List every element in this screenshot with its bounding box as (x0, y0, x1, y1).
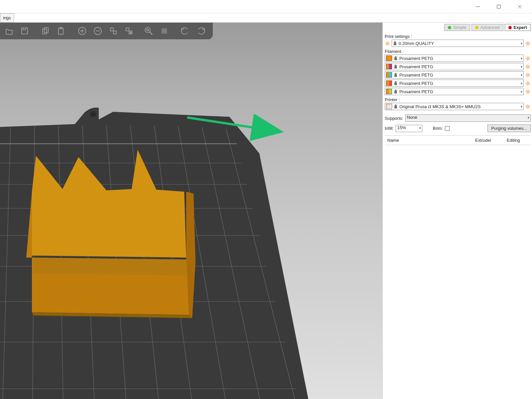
lock-icon (394, 56, 398, 61)
minimize-button-icon[interactable] (470, 1, 485, 12)
filament-select-1[interactable]: Prusament PETG▾ (385, 63, 524, 70)
chevron-down-icon: ▾ (521, 65, 522, 69)
svg-point-42 (147, 29, 149, 31)
chevron-down-icon: ▾ (521, 42, 522, 45)
paste-icon[interactable] (54, 24, 68, 38)
open-icon[interactable] (1, 24, 16, 38)
edit-filament-icon[interactable] (525, 64, 531, 70)
lock-icon (393, 41, 397, 46)
search-icon[interactable] (141, 24, 156, 38)
mode-expert-button[interactable]: Expert (505, 24, 531, 31)
copy-icon[interactable] (38, 24, 53, 38)
svg-point-56 (527, 105, 529, 107)
window-title-bar (0, 0, 532, 13)
filament-name: Prusament PETG (399, 81, 433, 86)
filament-label: Filament : (385, 49, 531, 54)
printer-select[interactable]: Original Prusa i3 MK3S & MK3S+ MMU2S ▾ (385, 103, 524, 110)
svg-rect-37 (113, 31, 116, 34)
svg-rect-25 (22, 28, 28, 34)
th-name: Name (385, 136, 472, 145)
purging-volumes-button[interactable]: Purging volumes... (487, 124, 531, 132)
infill-label: Infill: (385, 126, 394, 131)
chevron-down-icon: ▾ (521, 82, 522, 85)
svg-point-4 (90, 111, 96, 117)
svg-point-52 (527, 66, 529, 67)
svg-point-49 (387, 42, 388, 44)
add-icon[interactable] (74, 24, 89, 38)
layers-icon[interactable] (157, 24, 172, 38)
edit-print-settings-icon[interactable] (525, 41, 531, 46)
svg-point-41 (145, 27, 150, 33)
chevron-down-icon: ▾ (528, 116, 529, 119)
chevron-down-icon: ▾ (521, 73, 522, 77)
lock-icon (394, 64, 398, 69)
dot-red-icon (508, 26, 512, 29)
edit-printer-icon[interactable] (525, 104, 531, 109)
brim-checkbox[interactable] (445, 126, 450, 131)
menu-bar: ings (0, 13, 532, 23)
redo-icon[interactable] (193, 24, 208, 38)
maximize-button-icon[interactable] (491, 1, 506, 12)
print-settings-select[interactable]: 0.20mm QUALITY ▾ (392, 40, 524, 47)
print-settings-label: Print settings : (385, 34, 531, 39)
chevron-down-icon: ▾ (521, 105, 522, 108)
printer-label: Printer : (385, 97, 531, 102)
svg-text:P: P (130, 31, 132, 34)
object-list-empty (385, 145, 531, 399)
edit-filament-icon[interactable] (525, 89, 531, 95)
edit-filament-icon[interactable] (525, 72, 531, 78)
svg-point-50 (527, 42, 529, 44)
edit-filament-icon[interactable] (525, 81, 531, 86)
filament-swatch-icon (386, 64, 392, 69)
filament-select-2[interactable]: Prusament PETG▾ (385, 71, 524, 79)
svg-line-43 (150, 32, 152, 35)
remove-icon[interactable] (90, 24, 105, 38)
brim-label: Brim: (433, 126, 443, 131)
menu-tab[interactable]: ings (0, 13, 14, 22)
viewport-toolbar: P (0, 23, 213, 39)
close-button-icon[interactable] (512, 1, 527, 12)
infill-select[interactable]: 15%▾ (396, 125, 422, 132)
svg-rect-29 (59, 28, 63, 34)
svg-rect-1 (497, 5, 500, 8)
supports-select[interactable]: None▾ (405, 114, 531, 122)
printer-value: Original Prusa i3 MK3S & MK3S+ MMU2S (399, 104, 481, 109)
right-panel: Simple Advanced Expert Print settings : … (382, 23, 532, 399)
3d-viewport[interactable]: P (0, 23, 382, 399)
arrange-icon[interactable] (106, 24, 121, 38)
th-editing: Editing (504, 136, 531, 145)
filament-select-4[interactable]: Prusament PETG▾ (385, 88, 524, 95)
svg-point-55 (527, 91, 529, 92)
edit-filament-icon[interactable] (525, 56, 531, 61)
svg-point-53 (527, 74, 529, 76)
svg-rect-26 (23, 28, 26, 30)
filament-name: Prusament PETG (399, 56, 433, 61)
build-plate-scene (0, 23, 382, 399)
lock-icon (394, 104, 398, 109)
filament-select-3[interactable]: Prusament PETG▾ (385, 80, 524, 87)
chevron-down-icon: ▾ (419, 126, 421, 130)
filament-swatch-icon (386, 89, 392, 94)
filament-name: Prusament PETG (399, 73, 433, 78)
save-icon[interactable] (17, 24, 32, 38)
arrange-plate-icon[interactable]: P (121, 24, 136, 38)
filament-select-0[interactable]: Prusament PETG▾ (385, 55, 524, 62)
mode-simple-button[interactable]: Simple (444, 24, 470, 31)
object-list-header: Name Extruder Editing (385, 135, 531, 145)
lock-icon (394, 73, 398, 77)
supports-label: Supports: (385, 116, 403, 121)
filament-swatch-icon (386, 56, 392, 61)
filament-swatch-icon (386, 81, 392, 86)
filament-name: Prusament PETG (399, 89, 433, 94)
mode-advanced-button[interactable]: Advanced (471, 24, 503, 31)
dot-yellow-icon (475, 26, 478, 29)
printer-swatch-icon (386, 104, 392, 109)
undo-icon[interactable] (178, 24, 193, 38)
svg-point-51 (527, 57, 529, 59)
lock-icon (394, 81, 398, 86)
chevron-down-icon: ▾ (521, 57, 522, 60)
filament-swatch-icon (386, 72, 392, 78)
gear-icon (385, 41, 390, 46)
print-settings-value: 0.20mm QUALITY (399, 41, 434, 46)
svg-rect-38 (126, 28, 129, 31)
